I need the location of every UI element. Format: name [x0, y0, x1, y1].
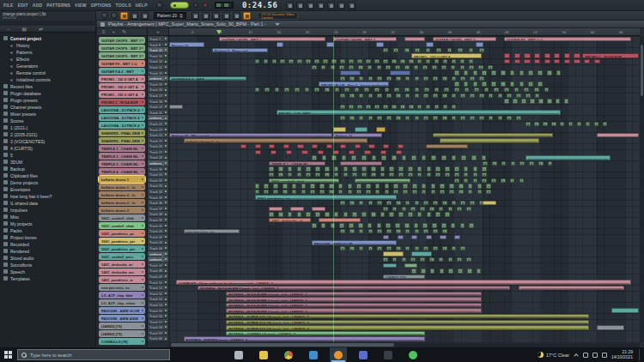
- browser-item[interactable]: Plugin database: [0, 90, 95, 97]
- picker-clip[interactable]: 160C_cowbell_shak: [99, 214, 145, 221]
- clip[interactable]: [280, 59, 285, 64]
- picker-clip[interactable]: LAGOONA - DJ PACK 4: [99, 106, 145, 113]
- track-mute-led[interactable]: [165, 315, 167, 317]
- clip[interactable]: [405, 76, 410, 81]
- track-header[interactable]: Track 56: [148, 313, 169, 319]
- clip[interactable]: [427, 166, 432, 172]
- main-volume-knob[interactable]: [156, 2, 163, 9]
- menu-item-file[interactable]: FILE: [3, 3, 14, 8]
- clip-focus-arrow[interactable]: [141, 317, 143, 319]
- clip[interactable]: [383, 144, 389, 149]
- clip[interactable]: [521, 99, 526, 104]
- track-header[interactable]: Track 60: [148, 335, 169, 341]
- clip[interactable]: [435, 212, 440, 217]
- clip[interactable]: PROMO - 150 U GET A: [411, 53, 482, 58]
- browser-item[interactable]: 5: [0, 152, 95, 159]
- browser-item[interactable]: Plugin presets: [0, 97, 95, 104]
- clip[interactable]: [452, 155, 457, 160]
- menu-item-help[interactable]: HELP: [136, 3, 148, 8]
- clip[interactable]: [359, 94, 364, 99]
- clip[interactable]: [470, 116, 475, 121]
- clip[interactable]: [386, 65, 391, 70]
- menu-item-patterns[interactable]: PATTERNS: [46, 3, 70, 8]
- clip[interactable]: [380, 172, 386, 178]
- clip[interactable]: BOTMEA - COWBELLS (wet) - (JAM62)_2: [226, 331, 424, 336]
- pattern-spinner[interactable]: [179, 14, 183, 18]
- clip[interactable]: [169, 105, 183, 110]
- clip[interactable]: [340, 161, 382, 166]
- clip[interactable]: [442, 94, 447, 99]
- clip[interactable]: [411, 251, 432, 256]
- clip[interactable]: [501, 81, 506, 87]
- clip[interactable]: [374, 105, 380, 110]
- file-icon[interactable]: ▤: [22, 27, 27, 32]
- clip[interactable]: [469, 48, 474, 53]
- browser-item[interactable]: Sliced audio: [0, 255, 95, 262]
- clip[interactable]: [415, 229, 420, 234]
- clip[interactable]: [471, 155, 477, 160]
- clip-focus-arrow[interactable]: [141, 140, 143, 142]
- playhead-marker[interactable]: [216, 30, 222, 34]
- clip[interactable]: [333, 150, 339, 155]
- clip[interactable]: [478, 65, 483, 70]
- clip[interactable]: [340, 201, 345, 206]
- clip[interactable]: [380, 212, 386, 217]
- clip[interactable]: [422, 223, 428, 228]
- clip[interactable]: [340, 76, 345, 81]
- clip[interactable]: [448, 268, 453, 274]
- clip[interactable]: [319, 190, 325, 195]
- clip[interactable]: [380, 150, 386, 155]
- clip[interactable]: [312, 223, 317, 228]
- clip[interactable]: [449, 184, 454, 189]
- clip[interactable]: [516, 116, 521, 121]
- clip[interactable]: [544, 87, 550, 93]
- clip[interactable]: [488, 65, 493, 70]
- clip[interactable]: [466, 207, 471, 212]
- clip[interactable]: [544, 59, 550, 64]
- clip[interactable]: [594, 122, 599, 127]
- clip[interactable]: [278, 166, 283, 172]
- picker-clip[interactable]: GUITAR F.A.2 - WET: [99, 68, 145, 75]
- clip[interactable]: [368, 76, 374, 81]
- clip[interactable]: [306, 212, 311, 217]
- clip[interactable]: [457, 207, 462, 212]
- clip[interactable]: [276, 42, 284, 47]
- clip-focus-arrow[interactable]: [141, 63, 143, 64]
- clip[interactable]: [351, 155, 356, 160]
- clip[interactable]: [368, 116, 374, 121]
- browser-item[interactable]: 4 (CURTIS): [0, 145, 95, 152]
- clip-focus-arrow[interactable]: [141, 109, 143, 111]
- clip[interactable]: [460, 201, 465, 206]
- taskbar-clock[interactable]: 21:29 14/10/2021: [611, 350, 633, 359]
- clip[interactable]: TEMPLE 1 - CHAIN WL: [269, 161, 325, 166]
- clip[interactable]: [381, 155, 386, 160]
- clip[interactable]: [396, 116, 401, 121]
- clip[interactable]: [442, 201, 447, 206]
- clip[interactable]: [386, 201, 392, 206]
- browser-item[interactable]: Recorded: [0, 241, 95, 248]
- clip[interactable]: [477, 184, 483, 189]
- clip[interactable]: [289, 59, 294, 64]
- clip-focus-arrow[interactable]: [141, 240, 143, 242]
- clip[interactable]: [352, 172, 357, 178]
- clip[interactable]: [482, 166, 487, 172]
- clip[interactable]: [377, 76, 382, 81]
- track-mute-led[interactable]: [165, 293, 167, 294]
- clip-focus-arrow[interactable]: [141, 163, 143, 165]
- clip[interactable]: [269, 172, 274, 178]
- clip[interactable]: [422, 190, 427, 195]
- clip[interactable]: [377, 65, 382, 70]
- track-header[interactable]: Track 55: [148, 308, 169, 314]
- browser-item[interactable]: Patterns: [0, 49, 95, 56]
- track-mute-led[interactable]: [165, 230, 167, 232]
- clip[interactable]: [415, 116, 420, 121]
- clip[interactable]: Pattern 10: [169, 42, 204, 47]
- track-mute-led[interactable]: [165, 157, 167, 159]
- clip[interactable]: [524, 87, 529, 93]
- track-header[interactable]: Track 20: [148, 110, 169, 116]
- clip[interactable]: [368, 94, 374, 99]
- clip-focus-arrow[interactable]: [141, 86, 143, 87]
- clip[interactable]: [255, 190, 260, 195]
- track-mute-led[interactable]: [165, 287, 167, 288]
- clip[interactable]: [376, 42, 384, 47]
